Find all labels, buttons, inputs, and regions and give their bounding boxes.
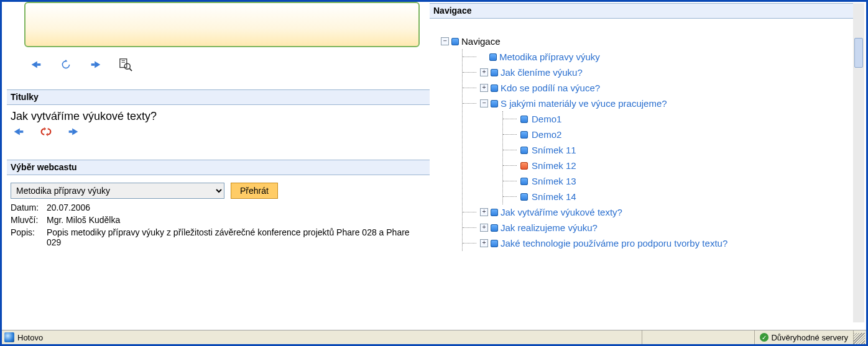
video-prev-icon[interactable] (29, 60, 43, 71)
node-bullet-icon (491, 209, 498, 216)
node-bullet-icon (520, 193, 528, 201)
resize-grip-icon[interactable] (854, 333, 865, 344)
node-bullet-icon (520, 162, 528, 170)
subtitle-next-icon[interactable] (67, 127, 80, 139)
svg-line-6 (129, 68, 132, 71)
status-bar: Hotovo ✓ Důvěryhodné servery (2, 330, 866, 344)
expand-icon[interactable]: + (480, 208, 488, 216)
expand-icon[interactable]: + (480, 84, 488, 92)
tree-item-link[interactable]: Kdo se podílí na výuce? (501, 80, 600, 96)
tree-item: +Jak členíme výuku? (463, 65, 859, 80)
tree-item: −S jakými materiály ve výuce pracujeme? (463, 96, 859, 111)
node-bullet-icon (491, 224, 498, 232)
tree-subitem: Snímek 13 (503, 173, 859, 189)
subtitle-sync-icon[interactable] (39, 127, 53, 139)
node-bullet-icon (489, 53, 497, 61)
tree-subitem: Demo2 (503, 127, 859, 142)
node-bullet-icon (491, 84, 498, 92)
video-refresh-icon[interactable] (59, 60, 73, 71)
tree-subitem-link[interactable]: Snímek 11 (532, 142, 576, 158)
node-bullet-icon (451, 38, 459, 45)
node-bullet-icon (491, 100, 498, 107)
play-button[interactable]: Přehrát (231, 183, 278, 199)
meta-date-row: Datum: 20.07.2006 (11, 203, 426, 212)
tree-subitem-link[interactable]: Snímek 12 (532, 158, 576, 173)
tree-subitem-link[interactable]: Demo1 (532, 111, 561, 127)
tree-item-link[interactable]: Metodika přípravy výuky (499, 49, 600, 65)
right-column: Navigace −NavigaceMetodika přípravy výuk… (430, 2, 866, 324)
tree-root-label: Navigace (461, 34, 501, 49)
meta-desc-label: Popis: (11, 227, 47, 237)
ie-icon (4, 332, 14, 342)
vertical-scrollbar[interactable] (853, 3, 864, 322)
expand-icon[interactable]: + (480, 239, 488, 247)
node-bullet-icon (491, 240, 498, 247)
tree-item: Metodika přípravy výuky (463, 49, 859, 65)
tree-item-link[interactable]: Jak realizujeme výuku? (501, 220, 598, 235)
webcast-select-row: Metodika přípravy výuky Přehrát (11, 183, 430, 199)
tree-item-link[interactable]: Jaké technologie používáme pro podporu t… (501, 235, 727, 251)
expand-icon[interactable]: + (480, 68, 488, 76)
subtitle-prev-icon[interactable] (12, 127, 25, 139)
node-bullet-icon (520, 116, 528, 123)
tree-item-link[interactable]: Jak vytváříme výukové texty? (501, 204, 622, 220)
tree-subchildren: Demo1Demo2Snímek 11Snímek 12Snímek 13Sní… (502, 111, 859, 204)
svg-point-5 (124, 63, 130, 69)
svg-rect-1 (91, 63, 95, 66)
app-window: Titulky Jak vytváříme výukové texty? Výb… (0, 0, 868, 346)
tree-item: +Jaké technologie používáme pro podporu … (463, 235, 859, 251)
meta-speaker-row: Mluvčí: Mgr. Miloš Kudělka (11, 215, 426, 225)
meta-desc-row: Popis: Popis metodiky přípravy výuky z p… (11, 227, 426, 247)
left-column: Titulky Jak vytváříme výukové texty? Výb… (2, 2, 430, 324)
trusted-icon: ✓ (760, 333, 769, 342)
status-text: Hotovo (17, 333, 642, 342)
tree-item-link[interactable]: Jak členíme výuku? (501, 65, 583, 80)
webcast-heading: Výběr webcastu (7, 160, 430, 175)
tree-root: −Navigace (441, 34, 859, 49)
meta-desc-value: Popis metodiky přípravy výuky z příležit… (47, 227, 426, 247)
tree-item: +Jak realizujeme výuku? (463, 220, 859, 235)
tree-subitem: Demo1 (503, 111, 859, 127)
svg-rect-2 (120, 58, 127, 67)
tree-subitem: Snímek 11 (503, 142, 859, 158)
tree-subitem: Snímek 14 (503, 189, 859, 204)
node-bullet-icon (520, 131, 528, 139)
node-bullet-icon (491, 69, 498, 76)
status-trust-label: Důvěryhodné servery (771, 333, 848, 342)
status-trust-zone: ✓ Důvěryhodné servery (755, 333, 853, 342)
svg-rect-0 (37, 63, 41, 66)
tree-subitem: Snímek 12 (503, 158, 859, 173)
subtitle-controls (7, 124, 430, 139)
nav-heading: Navigace (430, 3, 859, 19)
tree-children: Metodika přípravy výuky+Jak členíme výuk… (462, 49, 859, 251)
node-bullet-icon (520, 147, 528, 154)
subtitles-heading: Titulky (7, 89, 430, 105)
meta-date-label: Datum: (11, 203, 47, 212)
meta-date-value: 20.07.2006 (47, 203, 426, 212)
tree-subitem-link[interactable]: Snímek 14 (532, 189, 576, 204)
tree-spacer (480, 53, 487, 60)
svg-rect-8 (69, 130, 73, 133)
svg-rect-7 (20, 130, 24, 133)
meta-speaker-label: Mluvčí: (11, 215, 47, 225)
video-zoom-icon[interactable] (119, 58, 132, 73)
content-area: Titulky Jak vytváříme výukové texty? Výb… (2, 2, 866, 324)
video-placeholder (24, 2, 420, 47)
tree-subitem-link[interactable]: Snímek 13 (532, 173, 576, 189)
node-bullet-icon (520, 178, 528, 185)
webcast-meta: Datum: 20.07.2006 Mluvčí: Mgr. Miloš Kud… (7, 203, 430, 247)
video-controls (7, 51, 430, 76)
tree-item: +Kdo se podílí na výuce? (463, 80, 859, 96)
expand-icon[interactable]: + (480, 224, 488, 232)
nav-tree: −NavigaceMetodika přípravy výuky+Jak čle… (430, 19, 859, 251)
tree-item-link[interactable]: S jakými materiály ve výuce pracujeme? (501, 96, 667, 111)
tree-subitem-link[interactable]: Demo2 (532, 127, 561, 142)
webcast-select[interactable]: Metodika přípravy výuky (11, 183, 224, 199)
status-separator (642, 330, 642, 344)
scrollbar-thumb[interactable] (854, 38, 863, 68)
collapse-icon[interactable]: − (441, 37, 449, 45)
tree-item: +Jak vytváříme výukové texty? (463, 204, 859, 220)
video-next-icon[interactable] (89, 60, 103, 71)
subtitle-text: Jak vytváříme výukové texty? (7, 105, 430, 124)
collapse-icon[interactable]: − (480, 99, 488, 107)
